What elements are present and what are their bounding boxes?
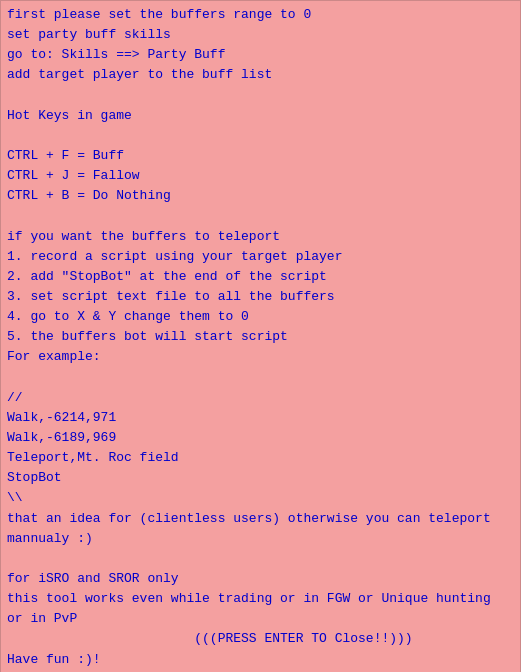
line13: 1. record a script using your target pla… <box>7 247 514 267</box>
line27: mannualy :) <box>7 529 514 549</box>
line9: CTRL + J = Fallow <box>7 166 514 186</box>
spacer3 <box>7 206 514 226</box>
line21: Walk,-6214,971 <box>7 408 514 428</box>
line24: StopBot <box>7 468 514 488</box>
line15: 3. set script text file to all the buffe… <box>7 287 514 307</box>
spacer5 <box>7 549 514 569</box>
spacer2 <box>7 126 514 146</box>
line32: (((PRESS ENTER TO Close!!))) <box>7 629 514 649</box>
line26: that an idea for (clientless users) othe… <box>7 509 514 529</box>
line14: 2. add "StopBot" at the end of the scrip… <box>7 267 514 287</box>
line20: // <box>7 388 514 408</box>
line31: or in PvP <box>7 609 514 629</box>
line23: Teleport,Mt. Roc field <box>7 448 514 468</box>
line2: set party buff skills <box>7 25 514 45</box>
spacer4 <box>7 368 514 388</box>
line3: go to: Skills ==> Party Buff <box>7 45 514 65</box>
line18: For example: <box>7 347 514 367</box>
line6: Hot Keys in game <box>7 106 514 126</box>
line8: CTRL + F = Buff <box>7 146 514 166</box>
line10: CTRL + B = Do Nothing <box>7 186 514 206</box>
line33: Have fun :)! <box>7 650 514 670</box>
line1: first please set the buffers range to 0 <box>7 5 514 25</box>
line12: if you want the buffers to teleport <box>7 227 514 247</box>
line17: 5. the buffers bot will start script <box>7 327 514 347</box>
line22: Walk,-6189,969 <box>7 428 514 448</box>
line29: for iSRO and SROR only <box>7 569 514 589</box>
main-content-box: first please set the buffers range to 0 … <box>0 0 521 672</box>
line30: this tool works even while trading or in… <box>7 589 514 609</box>
spacer1 <box>7 86 514 106</box>
line4: add target player to the buff list <box>7 65 514 85</box>
line25: \\ <box>7 488 514 508</box>
line16: 4. go to X & Y change them to 0 <box>7 307 514 327</box>
